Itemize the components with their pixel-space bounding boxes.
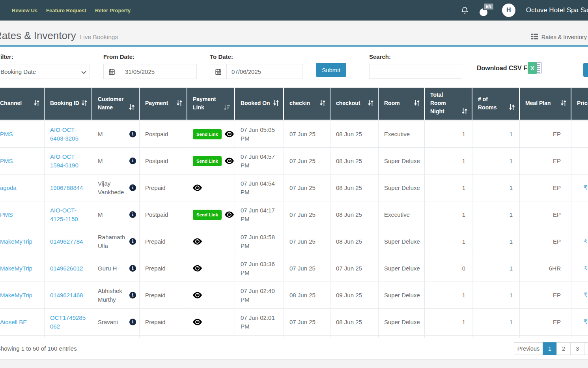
avatar[interactable]: H	[502, 4, 515, 17]
pagination-button[interactable]: Previous	[514, 342, 543, 355]
column-header[interactable]: Booked On	[235, 88, 284, 120]
breadcrumb[interactable]: Rates & Inventory	[541, 34, 587, 40]
eye-icon[interactable]	[193, 265, 202, 272]
from-date-input[interactable]	[120, 64, 197, 79]
column-header[interactable]: Total Room Night	[425, 88, 472, 120]
info-icon[interactable]: i	[129, 158, 136, 164]
nav-link-feature-request[interactable]: Feature Request	[46, 8, 86, 13]
info-icon[interactable]: i	[129, 265, 136, 272]
info-icon[interactable]: i	[129, 211, 136, 218]
sort-updown-icon	[273, 100, 279, 107]
info-icon[interactable]: i	[129, 131, 136, 137]
column-header[interactable]: Room	[379, 88, 425, 120]
channel-link[interactable]: agoda	[0, 184, 17, 191]
send-link-button[interactable]: Send Link	[193, 156, 222, 166]
total-room-night: 1	[425, 308, 472, 335]
sort-updown-icon	[414, 100, 420, 107]
booking-id-link[interactable]: 0149621468	[50, 292, 83, 299]
total-room-night: 1	[425, 228, 472, 255]
column-header[interactable]: Payment	[140, 88, 187, 120]
price[interactable]: ₹	[571, 308, 588, 335]
nav-link-refer-property[interactable]: Refer Property	[95, 8, 131, 13]
num-rooms: 1	[472, 147, 520, 174]
room-type: Super Deluxe	[379, 147, 425, 174]
edge-action-button[interactable]	[583, 63, 588, 77]
filter-select[interactable]: Booking Date	[0, 64, 90, 79]
sort-updown-icon	[461, 108, 468, 116]
info-icon[interactable]: i	[129, 319, 136, 325]
price[interactable]: ₹	[571, 282, 588, 308]
channel-link[interactable]: PMS	[0, 158, 13, 164]
eye-icon[interactable]	[193, 238, 202, 245]
sort-updown-icon	[176, 100, 183, 107]
to-date-label: To Date:	[210, 53, 233, 60]
booking-id-link[interactable]: OCT1749285062	[50, 314, 86, 330]
eye-icon[interactable]	[225, 158, 234, 164]
eye-icon[interactable]	[193, 292, 202, 299]
search-input[interactable]	[369, 64, 462, 79]
booking-id-link[interactable]: 0149626012	[50, 265, 83, 272]
column-header[interactable]: Booking ID	[45, 88, 92, 120]
price[interactable]	[571, 147, 588, 174]
booking-id-link[interactable]: AIO-OCT-4125-1150	[50, 207, 78, 222]
eye-icon[interactable]	[225, 131, 234, 137]
checkout-date: 09 Jun 25	[330, 282, 379, 308]
column-header[interactable]: checkout	[330, 88, 379, 120]
info-icon[interactable]: i	[129, 292, 136, 299]
room-type: Super Deluxe	[379, 282, 425, 308]
channel-link[interactable]: MakeMyTrip	[0, 238, 32, 245]
channel-link[interactable]: PMS	[0, 131, 13, 137]
booking-id-link[interactable]: 0149627784	[50, 238, 83, 245]
num-rooms: 1	[472, 308, 520, 335]
notifications-bell-icon[interactable]	[461, 6, 469, 15]
column-header[interactable]: Channel	[0, 88, 45, 120]
column-header[interactable]: checkin	[284, 88, 330, 120]
column-header[interactable]: Price	[571, 88, 588, 120]
checkout-date: 08 Jun 25	[330, 308, 379, 335]
booking-id-link[interactable]: AIO-OCT-6403-3205	[50, 126, 78, 142]
send-link-button[interactable]: Send Link	[193, 129, 222, 139]
payment-type: Prepaid	[140, 308, 187, 335]
customer-name: Abhishek Murthy	[98, 287, 128, 304]
price[interactable]: ₹	[571, 174, 588, 201]
submit-button[interactable]: Submit	[316, 63, 346, 77]
column-header[interactable]: Customer Name	[92, 88, 140, 120]
room-type: Super Deluxe	[379, 228, 425, 255]
price[interactable]: ₹	[571, 228, 588, 255]
info-icon[interactable]: i	[129, 184, 136, 191]
channel-link[interactable]: Aiosell BE	[0, 319, 27, 325]
nav-link-review-us[interactable]: Review Us	[12, 8, 37, 13]
customer-name: M	[98, 157, 128, 165]
to-date-input[interactable]	[226, 64, 302, 79]
column-header[interactable]: # of Rooms	[472, 88, 520, 120]
channel-link[interactable]: PMS	[0, 211, 13, 218]
booking-id-link[interactable]: 1906788844	[50, 184, 83, 191]
download-csv-label[interactable]: Download CSV File	[477, 65, 534, 72]
eye-icon[interactable]	[193, 184, 202, 191]
sort-updown-icon	[129, 104, 135, 112]
checkout-date: 08 Jun 25	[330, 201, 379, 228]
channel-link[interactable]: MakeMyTrip	[0, 292, 32, 299]
eye-icon[interactable]	[225, 211, 234, 218]
pagination-button[interactable]: 3	[570, 342, 584, 355]
language-icon[interactable]: EN	[480, 4, 491, 17]
info-icon[interactable]: i	[129, 238, 136, 245]
send-link-button[interactable]: Send Link	[193, 210, 222, 220]
table-row: Aiosell BE OCT1749285062 Sravani i Prepa…	[0, 308, 588, 335]
column-header[interactable]: Meal Plan	[520, 88, 571, 120]
pagination-button[interactable]: Next	[584, 342, 588, 355]
sort-updown-icon	[81, 100, 88, 107]
price[interactable]: ₹	[571, 255, 588, 282]
channel-link[interactable]: MakeMyTrip	[0, 265, 32, 272]
account-name[interactable]: Octave Hotel Spa Sarjapur	[526, 6, 588, 14]
column-header[interactable]: Payment Link	[187, 88, 235, 120]
excel-icon[interactable]: X	[528, 61, 543, 76]
total-room-night: 1	[425, 147, 472, 174]
eye-icon[interactable]	[193, 319, 202, 325]
booking-id-link[interactable]: AIO-OCT-1594-5190	[50, 153, 78, 169]
sort-updown-icon	[319, 100, 326, 107]
price[interactable]	[571, 120, 588, 147]
pagination-button[interactable]: 2	[556, 342, 571, 355]
price[interactable]	[571, 201, 588, 228]
pagination-button[interactable]: 1	[543, 342, 557, 355]
